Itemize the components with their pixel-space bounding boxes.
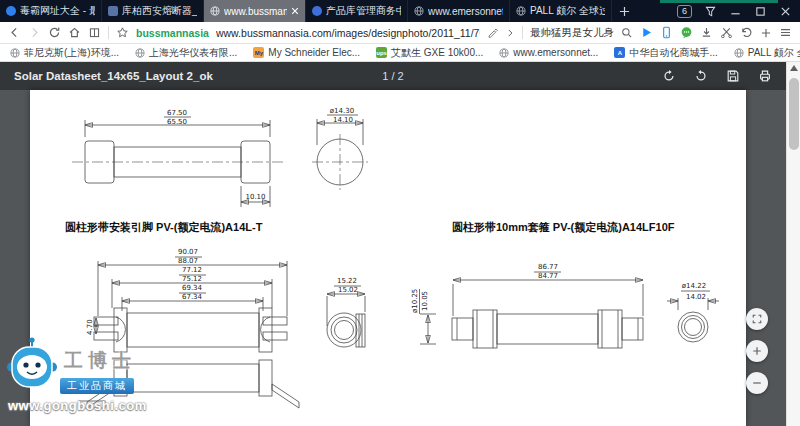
url-text[interactable]: www.bussmannasia.com/images/designphoto/…: [216, 27, 480, 39]
scroll-up-button[interactable]: [787, 62, 800, 71]
close-window-button[interactable]: [778, 4, 792, 18]
right-fuse-with-ferrules: 15.22 15.02 ø10.25 10.05: [327, 263, 719, 348]
pdf-viewport[interactable]: 67.50 65.50 10.10 ø14.30: [0, 90, 786, 426]
restore-session-button[interactable]: [740, 26, 753, 39]
messages-button[interactable]: [680, 26, 693, 39]
globe-icon: [734, 48, 744, 58]
rotate-ccw-button[interactable]: [662, 69, 676, 83]
tab-title: 库柏西安熔断器_百度搜索: [122, 4, 197, 18]
maximize-button[interactable]: [753, 4, 767, 18]
refresh-icon: [48, 26, 61, 39]
forward-button[interactable]: [28, 26, 41, 39]
scrollbar-thumb[interactable]: [789, 78, 799, 150]
zoom-in-button[interactable]: [746, 340, 768, 362]
home-button[interactable]: [68, 26, 81, 39]
tab-emerson[interactable]: www.emersonnetworkp...: [408, 0, 510, 22]
globe-icon: [10, 48, 20, 58]
search-suggestion-text[interactable]: 最帅猛男是女儿身: [530, 26, 614, 40]
bookmark-shanghai-guanghua[interactable]: 上海光华仪表有限...: [135, 46, 237, 60]
back-button[interactable]: [8, 26, 21, 39]
print-button[interactable]: [758, 69, 772, 83]
close-tab-icon[interactable]: [291, 7, 299, 15]
annotate-button[interactable]: [487, 27, 498, 38]
dim-left-body-max: 69.34: [182, 284, 203, 292]
tab-pall[interactable]: PALL 颇尔 全球过滤专家: [510, 0, 612, 22]
globe-icon: [516, 6, 526, 16]
phone-icon: [660, 26, 673, 39]
address-bar: bussmannasia www.bussmannasia.com/images…: [0, 22, 800, 44]
bookmark-phoenix[interactable]: 菲尼克斯(上海)环境...: [10, 46, 119, 60]
dim-left-lead-offset: 4.70: [86, 319, 94, 335]
bookmark-label: 菲尼克斯(上海)环境...: [24, 46, 119, 60]
save-button[interactable]: [726, 69, 740, 83]
plus-icon: [751, 345, 763, 357]
dim-right-length-min: 84.77: [538, 272, 558, 280]
dim-left-mid-min: 75.12: [182, 275, 202, 283]
tab-duba[interactable]: 毒霸网址大全 - 最安全实...: [0, 0, 102, 22]
bookmark-label: PALL 颇尔 全球过滤...: [748, 46, 800, 60]
download-button[interactable]: [700, 26, 713, 39]
forward-icon: [28, 26, 41, 39]
fit-to-page-button[interactable]: [746, 308, 768, 330]
pen-icon: [487, 27, 498, 38]
pdf-toolbar: 1 / 2 Solar Datasheet_14x65_Layout 2_ok: [0, 62, 786, 90]
globe-icon: [499, 48, 509, 58]
minimize-button[interactable]: [728, 4, 742, 18]
dim-top-dia-min: 14.10: [333, 116, 353, 124]
scissors-icon: [720, 26, 733, 39]
tab-bussmannasia-active[interactable]: www.bussmannasia.co...: [204, 0, 306, 22]
dim-top-dia-max: ø14.30: [330, 107, 354, 115]
bookmark-label: www.emersonnet...: [513, 47, 598, 58]
bookmark-star-button[interactable]: [116, 26, 129, 39]
bookmark-china-automation[interactable]: A 中华自动化商城手...: [614, 46, 717, 60]
bookmark-emerson-gxe[interactable]: ups 艾默生 GXE 10k00...: [376, 46, 483, 60]
bookmark-pall[interactable]: PALL 颇尔 全球过滤...: [734, 46, 800, 60]
dim-top-cap-width: 10.10: [245, 193, 265, 201]
ups-favicon: ups: [376, 47, 387, 58]
my-schneider-favicon: My: [253, 47, 264, 58]
reading-mode-button[interactable]: [88, 26, 101, 39]
expand-chevron-button[interactable]: [505, 28, 515, 38]
product-center-favicon: [312, 6, 322, 16]
tab-bar: 毒霸网址大全 - 最安全实... 库柏西安熔断器_百度搜索 www.bussma…: [0, 0, 800, 22]
maximize-icon: [755, 6, 766, 17]
automation-favicon: A: [614, 47, 625, 58]
window-controls: 6: [677, 0, 800, 22]
back-icon: [8, 26, 21, 39]
gongboshi-watermark: 工博士 工业品商城 www.gongboshi.com: [6, 336, 176, 426]
tab-count-badge[interactable]: 6: [677, 5, 692, 18]
caption-left: 圆柱形带安装引脚 PV-(额定电流)A14L-T: [65, 221, 263, 234]
screenshot-button[interactable]: [720, 26, 733, 39]
dim-ferrule-dia-max: ø14.22: [682, 282, 706, 290]
bookmark-schneider[interactable]: My My Schneider Elec...: [253, 47, 360, 58]
reading-mode-icon: [88, 26, 101, 39]
tab-funnel-button[interactable]: [703, 4, 717, 18]
bookmark-label: 艾默生 GXE 10k00...: [391, 46, 483, 60]
tab-product-center[interactable]: 产品库管理商务中心 【工...: [306, 0, 408, 22]
browser-window: 毒霸网址大全 - 最安全实... 库柏西安熔断器_百度搜索 www.bussma…: [0, 0, 800, 426]
theme-accent-strip: [660, 0, 778, 3]
dim-top-length-min: 65.50: [167, 118, 187, 126]
dim-body-dia-min: 10.05: [421, 291, 429, 311]
dim-body-dia-max: ø10.25: [411, 289, 419, 313]
rotate-cw-button[interactable]: [694, 69, 708, 83]
tab-baidu-search[interactable]: 库柏西安熔断器_百度搜索: [102, 0, 204, 22]
tab-title: www.bussmannasia.co...: [224, 6, 287, 17]
video-assistant-button[interactable]: [640, 26, 653, 39]
watermark-site-url: www.gongboshi.com: [8, 398, 147, 413]
zoom-out-button[interactable]: [746, 372, 768, 394]
new-tab-button[interactable]: [612, 0, 636, 22]
top-fuse-side-view: 67.50 65.50 10.10: [72, 109, 283, 208]
tab-title: 毒霸网址大全 - 最安全实...: [20, 4, 95, 18]
refresh-button[interactable]: [48, 26, 61, 39]
baidu-favicon: [108, 6, 118, 16]
vertical-scrollbar[interactable]: [786, 62, 800, 426]
site-highlight[interactable]: bussmannasia: [136, 27, 209, 39]
search-button[interactable]: [621, 27, 633, 39]
bookmarks-bar: 菲尼克斯(上海)环境... 上海光华仪表有限... My My Schneide…: [0, 44, 800, 62]
tab-title: www.emersonnetworkp...: [428, 6, 503, 17]
bookmark-emersonnet[interactable]: www.emersonnet...: [499, 47, 598, 58]
menu-button[interactable]: [779, 26, 792, 39]
add-button[interactable]: [760, 27, 772, 39]
mobile-sync-button[interactable]: [660, 26, 673, 39]
